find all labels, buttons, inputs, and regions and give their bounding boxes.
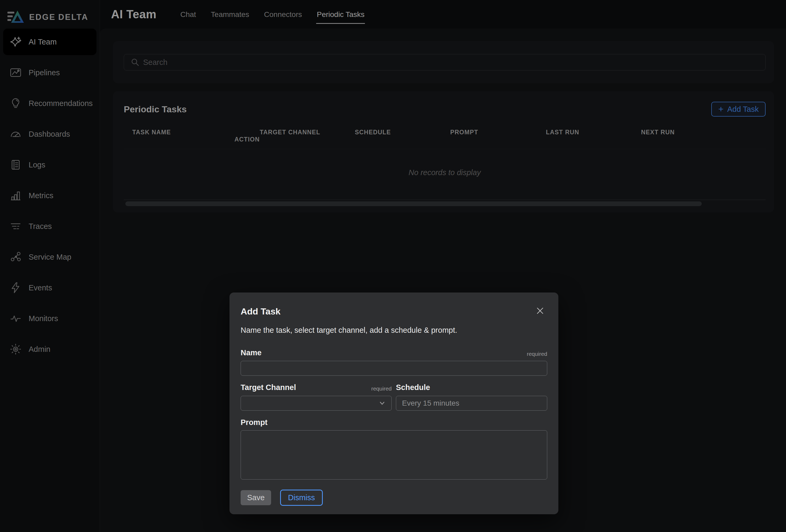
prompt-field[interactable] bbox=[240, 430, 547, 480]
schedule-field[interactable] bbox=[396, 396, 547, 411]
schedule-label: Schedule bbox=[396, 383, 430, 392]
target-channel-select[interactable] bbox=[240, 396, 392, 411]
add-task-modal: Add Task Name the task, select target ch… bbox=[230, 293, 558, 514]
target-channel-label: Target Channel bbox=[240, 383, 296, 392]
prompt-label: Prompt bbox=[240, 418, 268, 427]
modal-title: Add Task bbox=[240, 306, 281, 317]
name-label: Name bbox=[240, 348, 261, 357]
modal-description: Name the task, select target channel, ad… bbox=[240, 326, 547, 334]
chevron-down-icon bbox=[378, 399, 386, 407]
target-channel-required-hint: required bbox=[371, 386, 392, 392]
save-button[interactable]: Save bbox=[240, 490, 271, 505]
name-field[interactable] bbox=[240, 361, 547, 376]
name-required-hint: required bbox=[527, 351, 547, 357]
close-icon bbox=[536, 306, 545, 315]
dismiss-button[interactable]: Dismiss bbox=[280, 490, 323, 506]
close-button[interactable] bbox=[536, 306, 546, 317]
